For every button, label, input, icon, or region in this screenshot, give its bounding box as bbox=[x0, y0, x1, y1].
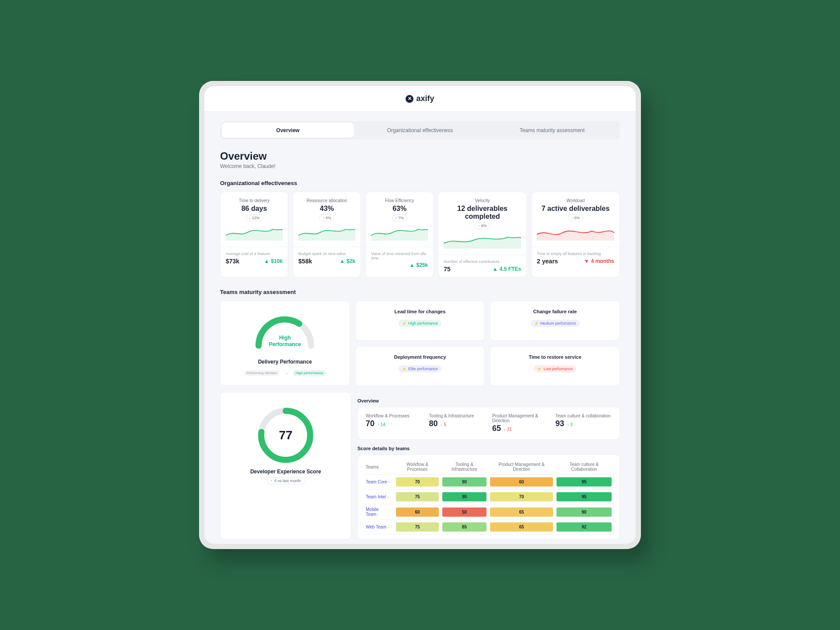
team-link[interactable]: Team Core› bbox=[366, 480, 390, 484]
overview-label: Tooling & Infrastructure bbox=[429, 413, 486, 418]
devx-delta-text: 5 vs last month bbox=[274, 479, 301, 483]
table-row: Mobile Team›60506590 bbox=[364, 504, 613, 520]
metric-card: Flow Efficiency 63% ↑7% Value of time re… bbox=[365, 192, 434, 277]
section-org-heading: Organizational effectiveness bbox=[220, 180, 620, 186]
metric-sub-v1: $58k bbox=[298, 258, 312, 265]
heatmap-cell: 95 bbox=[555, 475, 613, 490]
metric-sub-v2: ▲$2k bbox=[340, 258, 355, 264]
brand-name: axify bbox=[416, 94, 434, 103]
devx-overview-strip: Workflow & Processes 70 ↑ 14Tooling & In… bbox=[357, 407, 620, 440]
bolt-icon bbox=[534, 321, 539, 326]
new-level-pill: High performance bbox=[293, 370, 326, 376]
table-row: Team Core›70906095 bbox=[364, 475, 613, 490]
heatmap-cell: 70 bbox=[394, 475, 441, 490]
overview-delta: ↑ 14 bbox=[377, 422, 385, 427]
metric-sub-v2: ▼4 months bbox=[584, 258, 614, 264]
dora-card: Deployment frequency Elite perfomance bbox=[355, 346, 485, 386]
metric-value: 43% bbox=[298, 205, 355, 213]
heatmap-cell: 60 bbox=[488, 475, 555, 490]
page-title: Overview bbox=[220, 150, 620, 162]
bolt-icon bbox=[537, 367, 542, 371]
app-screen: ✕ axify Overview Organizational effectiv… bbox=[204, 86, 636, 544]
gauge-label: High Performance bbox=[252, 335, 318, 347]
welcome-text: Welcome back, Claude! bbox=[220, 163, 620, 169]
table-header: Team culture & Collaboration bbox=[555, 459, 613, 475]
devx-table-heading: Score details by teams bbox=[357, 446, 620, 451]
performance-pill: Medium perfomance bbox=[531, 320, 580, 327]
bolt-icon bbox=[402, 321, 406, 326]
metric-label: Ressource allocation bbox=[298, 198, 355, 203]
devx-score-card: 77 Developer Experience Score ↑ 5 vs las… bbox=[220, 392, 351, 539]
metric-sub-v1: $73k bbox=[226, 258, 239, 265]
overview-value: 65 bbox=[492, 424, 501, 433]
table-header: Product Management & Direction bbox=[488, 459, 555, 475]
overview-label: Workflow & Processes bbox=[366, 413, 422, 418]
tabs: Overview Organizational effectiveness Te… bbox=[220, 121, 620, 140]
heatmap-cell: 90 bbox=[555, 504, 613, 520]
metric-label: Velocity bbox=[444, 198, 521, 203]
devx-overview-heading: Overview bbox=[357, 398, 620, 403]
heatmap-cell: 70 bbox=[488, 490, 555, 504]
table-row: Web Team›75856592 bbox=[364, 520, 613, 535]
metric-value: 63% bbox=[371, 205, 428, 213]
devx-table-card: TeamsWorkflow & ProcessesTooling & Infra… bbox=[357, 455, 620, 539]
arrow-icon: → bbox=[284, 371, 288, 375]
performance-pill: High perfomance bbox=[399, 320, 442, 327]
overview-delta: ↓ 21 bbox=[504, 427, 512, 432]
overview-delta: ↓ 5 bbox=[441, 422, 446, 427]
metric-sub-label: Time to empty all features in backlog bbox=[537, 252, 614, 256]
heatmap-cell: 50 bbox=[441, 504, 488, 520]
metric-delta: ↑6% bbox=[475, 222, 490, 229]
metric-value: 86 days bbox=[226, 205, 283, 213]
devx-right-column: Overview Workflow & Processes 70 ↑ 14Too… bbox=[357, 392, 620, 539]
team-link[interactable]: Mobile Team› bbox=[366, 507, 379, 517]
dora-card: Lead time for changes High perfomance bbox=[355, 301, 485, 341]
metric-sub-v2: ▲$10k bbox=[264, 258, 283, 264]
heatmap-cell: 60 bbox=[394, 504, 441, 520]
metrics-row: Time to delivery 86 days ↓12% Average co… bbox=[220, 192, 620, 277]
overview-label: Product Management & Direction bbox=[492, 413, 549, 423]
delivery-performance-footer: Performing Medium → High performance bbox=[230, 370, 340, 376]
metric-sub-v1: 75 bbox=[444, 266, 451, 273]
table-row: Team Intel›75957095 bbox=[364, 490, 613, 504]
donut-chart: 77 bbox=[255, 405, 316, 466]
overview-item: Tooling & Infrastructure 80 ↓ 5 bbox=[429, 413, 486, 433]
devx-score-value: 77 bbox=[255, 405, 316, 466]
overview-value: 70 bbox=[366, 419, 374, 428]
team-link[interactable]: Web Team› bbox=[366, 525, 389, 529]
chevron-right-icon: › bbox=[378, 513, 379, 517]
prev-level-pill: Performing Medium bbox=[244, 370, 280, 376]
chevron-right-icon: › bbox=[388, 480, 390, 484]
bolt-icon bbox=[402, 367, 406, 371]
metric-delta: ↑4% bbox=[319, 214, 334, 221]
overview-value: 93 bbox=[556, 419, 564, 428]
metric-label: Workload bbox=[537, 198, 614, 203]
dora-card: Change failure rate Medium perfomance bbox=[490, 301, 620, 341]
chevron-right-icon: › bbox=[387, 495, 388, 499]
heatmap-cell: 75 bbox=[394, 490, 441, 504]
logo-icon: ✕ bbox=[406, 95, 413, 103]
chevron-right-icon: › bbox=[388, 525, 389, 529]
metric-sub-v1: 2 years bbox=[537, 258, 558, 265]
heatmap-cell: 85 bbox=[441, 520, 488, 535]
metric-sub-label: Number of effective contributors bbox=[444, 259, 521, 264]
devx-row: 77 Developer Experience Score ↑ 5 vs las… bbox=[220, 392, 620, 539]
overview-label: Team culture & collaboration bbox=[556, 413, 612, 418]
metric-delta: ↓12% bbox=[246, 214, 263, 221]
metric-card: Time to delivery 86 days ↓12% Average co… bbox=[220, 192, 288, 277]
metric-label: Flow Efficiency bbox=[371, 198, 428, 203]
devx-score-title: Developer Experience Score bbox=[231, 469, 340, 475]
delivery-performance-card: High Performance Delivery Performance Pe… bbox=[220, 301, 350, 386]
heatmap-cell: 95 bbox=[441, 490, 488, 504]
devx-delta-pill: ↑ 5 vs last month bbox=[267, 477, 304, 484]
dora-title: Time to restore service bbox=[498, 354, 612, 360]
tab-overview[interactable]: Overview bbox=[222, 123, 354, 138]
tab-org-effectiveness[interactable]: Organizational effectiveness bbox=[354, 123, 486, 138]
heatmap-cell: 95 bbox=[555, 490, 613, 504]
overview-item: Team culture & collaboration 93 ↑ 3 bbox=[556, 413, 612, 433]
table-header: Workflow & Processes bbox=[394, 459, 441, 475]
team-link[interactable]: Team Intel› bbox=[366, 494, 388, 499]
tab-maturity[interactable]: Teams maturity assessment bbox=[486, 123, 618, 138]
overview-item: Workflow & Processes 70 ↑ 14 bbox=[366, 413, 422, 433]
metric-sub-v2: ▲4.5 FTEs bbox=[493, 266, 521, 272]
